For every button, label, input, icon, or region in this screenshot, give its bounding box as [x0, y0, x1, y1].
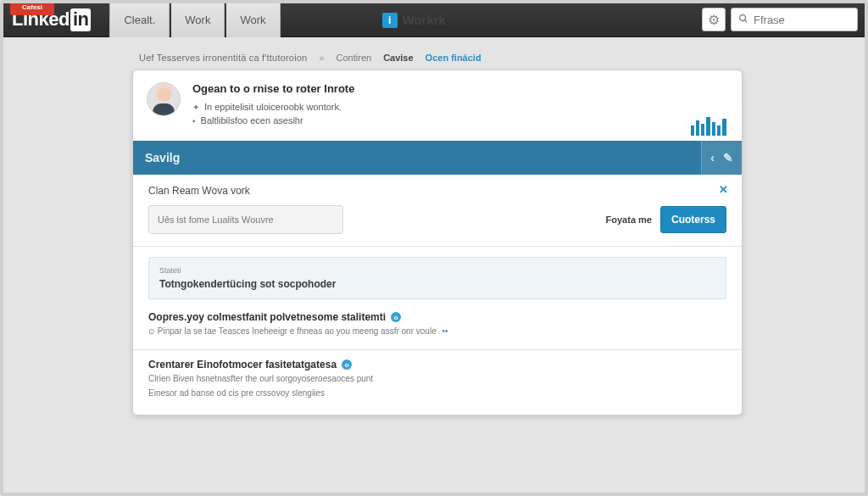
chevron-left-icon[interactable]: ‹	[710, 151, 715, 164]
section-option-2: Crentarer Einofotmocer fasitetatgatesa o…	[133, 350, 742, 415]
nav-work-label: Workrk	[403, 13, 446, 27]
nav-work-highlight[interactable]: i Workrk	[382, 13, 446, 28]
option-1-desc: ⊙ Pinpar la se tae Teasces Ineheeigr e f…	[148, 326, 726, 337]
svg-rect-3	[696, 120, 699, 136]
search-input[interactable]	[754, 14, 850, 26]
nav-items: Clealt. Work Work	[109, 3, 280, 37]
section-flat: Stateti Totngokendertücing sot socpohode…	[133, 247, 742, 350]
option-1-desc-text: Pinpar la se tae Teasces Ineheeigr e fhn…	[158, 326, 437, 336]
flat-box-label: Stateti	[159, 266, 715, 275]
nav-item-3[interactable]: Work	[226, 3, 280, 37]
card-title: Ogean to o rnise to roter Inrote	[192, 82, 726, 95]
row-label: Foyata me	[606, 215, 652, 225]
nav-item-2[interactable]: Work	[171, 3, 225, 37]
blue-bar-label: Savilg	[145, 151, 180, 164]
blue-bar: Savilg ‹ ✎	[133, 141, 742, 175]
main-card: Ogean to o rnise to roter Inrote ✦ In ep…	[132, 70, 743, 415]
topbar-right: ⚙	[702, 8, 858, 31]
skyline-icon	[691, 114, 728, 136]
info-icon: o	[342, 359, 352, 370]
logo-in: in	[70, 8, 92, 31]
bolt-icon: ✦	[192, 103, 199, 112]
svg-rect-5	[706, 117, 710, 136]
option-1-title: Oopres.yoy colmestfanit polvetnesome sta…	[148, 311, 726, 323]
option-2-title-text: Crentarer Einofotmocer fasitetatgatesa	[148, 359, 337, 371]
option-2-desc-1: Clrien Biven hsnetnasfter the ourl sorgo…	[148, 373, 726, 385]
top-nav: Cafesi Linkedin Clealt. Work Work i Work…	[3, 3, 865, 37]
card-header: Ogean to o rnise to roter Inrote ✦ In ep…	[133, 70, 742, 141]
info-badge-icon: i	[382, 13, 398, 28]
search-box[interactable]	[731, 8, 858, 31]
header-texts: Ogean to o rnise to roter Inrote ✦ In ep…	[192, 82, 726, 129]
breadcrumb-main: Uef Tesserves irronentitä ca f'ttutoroio…	[139, 53, 307, 63]
breadcrumb-sep: »	[319, 53, 324, 63]
more-icon[interactable]: ••	[442, 326, 448, 336]
nav-item-1[interactable]: Clealt.	[109, 3, 170, 37]
breadcrumb-cavise: Cavise	[383, 53, 413, 63]
red-tab[interactable]: Cafesi	[10, 0, 54, 15]
option-2-desc-2: Einesor ad banse od cis pre crssovoy sle…	[148, 387, 726, 399]
flat-box-title: Totngokendertücing sot socpohoder	[159, 278, 715, 290]
pin-icon[interactable]: ✎	[723, 151, 733, 164]
svg-rect-8	[722, 119, 726, 136]
breadcrumb: Uef Tesserves irronentitä ca f'ttutoroio…	[139, 53, 865, 63]
blue-bar-controls: ‹ ✎	[701, 141, 742, 175]
gear-icon: ⚙	[708, 12, 720, 28]
avatar[interactable]	[147, 82, 181, 116]
flat-box[interactable]: Stateti Totngokendertücing sot socpohode…	[148, 257, 726, 299]
close-icon[interactable]: ✕	[719, 183, 728, 196]
breadcrumb-link[interactable]: Ocen finácid	[426, 53, 481, 63]
card-sub-1-text: In eppitelisit uloiceroobk wontork.	[204, 102, 342, 112]
card-sub-2-text: Baltlibilsfoo ecen asesihr	[201, 115, 303, 125]
section-clan: Clan Ream Wova vork ✕ Uês lst fome Luali…	[133, 175, 742, 247]
svg-line-1	[745, 20, 748, 23]
svg-rect-7	[717, 125, 721, 136]
svg-rect-2	[691, 125, 694, 136]
svg-rect-6	[712, 122, 715, 136]
card-sub-2: ▪ Baltlibilsfoo ecen asesihr	[192, 115, 726, 125]
note-icon: ▪	[192, 116, 196, 125]
section-clan-title: Clan Ream Wova vork	[148, 185, 726, 197]
clan-input[interactable]: Uês lst fome Lualits Wouvre	[148, 205, 343, 234]
option-2-title: Crentarer Einofotmocer fasitetatgatesa o	[148, 359, 726, 371]
settings-button[interactable]: ⚙	[702, 8, 726, 31]
breadcrumb-contrin: Contiren	[337, 53, 372, 63]
option-2[interactable]: Crentarer Einofotmocer fasitetatgatesa o…	[148, 359, 726, 399]
primary-button[interactable]: Cuoterss	[660, 206, 726, 233]
info-icon: o	[391, 312, 401, 322]
row-input: Uês lst fome Lualits Wouvre Foyata me Cu…	[148, 205, 726, 234]
svg-rect-4	[701, 124, 704, 136]
option-1-title-text: Oopres.yoy colmestfanit polvetnesome sta…	[148, 311, 386, 323]
option-1[interactable]: Oopres.yoy colmestfanit polvetnesome sta…	[148, 311, 726, 337]
card-sub-1: ✦ In eppitelisit uloiceroobk wontork.	[192, 102, 726, 112]
svg-point-0	[740, 15, 746, 21]
search-icon	[738, 12, 748, 27]
